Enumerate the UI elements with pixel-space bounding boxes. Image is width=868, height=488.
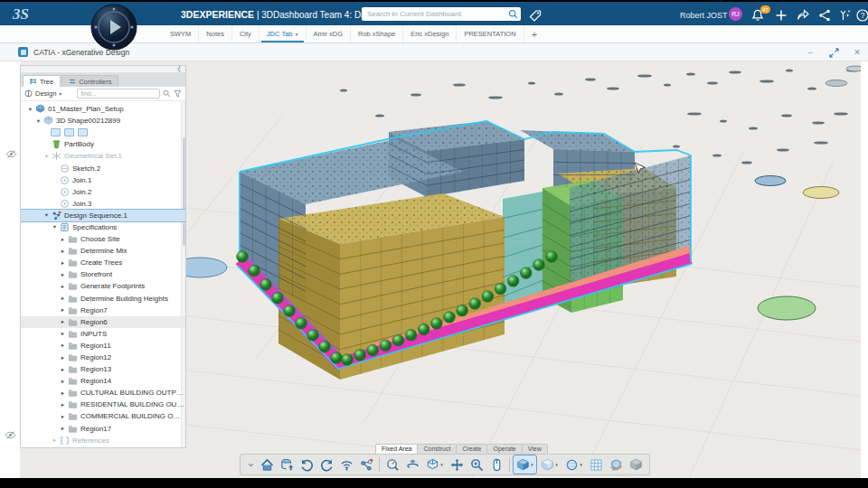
tree-item-choose-site[interactable]: ▸Choose Site: [21, 233, 185, 245]
tree-item-geometrical-set-1[interactable]: ▾Geometrical Set.1: [21, 150, 185, 162]
workspace-tab-jdc-tab[interactable]: JDC Tab▾: [259, 25, 307, 42]
dropdown-caret-icon[interactable]: ▾: [580, 462, 582, 467]
database-upload-button[interactable]: [278, 455, 296, 474]
caret-collapsed-icon[interactable]: ▸: [59, 318, 67, 325]
tree-item-join-2[interactable]: Join.2: [21, 186, 185, 198]
caret-collapsed-icon[interactable]: ▸: [59, 295, 67, 302]
iso-cube-button[interactable]: ▾: [423, 455, 446, 474]
caret-collapsed-icon[interactable]: ▸: [59, 354, 67, 361]
workspace-tab-notes[interactable]: Notes: [199, 25, 232, 42]
tree-item-design-sequence-1[interactable]: ▾Design Sequence.1: [21, 210, 185, 221]
sphere-button[interactable]: ▾: [562, 455, 585, 474]
tree-item-region14[interactable]: ▸Region14: [21, 375, 185, 387]
search-icon[interactable]: [508, 9, 518, 19]
global-search[interactable]: [362, 7, 521, 21]
caret-collapsed-icon[interactable]: ▸: [59, 248, 67, 255]
share-network-icon[interactable]: [817, 8, 832, 23]
tree-item-create-trees[interactable]: ▸Create Trees: [21, 257, 185, 268]
tree-item-commercial-building-out[interactable]: ▸COMMERCIAL BUILDING OUT...: [21, 410, 185, 422]
caret-collapsed-icon[interactable]: ▸: [59, 366, 67, 373]
tree-item-region11[interactable]: ▸Region11: [21, 340, 185, 352]
3dexperience-compass-logo[interactable]: [90, 4, 137, 51]
tree-search-icon[interactable]: [163, 89, 171, 98]
caret-collapsed-icon[interactable]: ▸: [59, 389, 67, 397]
caret-collapsed-icon[interactable]: ▸: [51, 436, 59, 444]
dropdown-caret-icon[interactable]: ▾: [440, 462, 443, 467]
zoom-gauge-button[interactable]: [383, 455, 401, 474]
viewport-tab-create[interactable]: Create: [456, 444, 487, 454]
tree-item-inputs[interactable]: ▸INPUTS: [21, 328, 185, 340]
wifi-button[interactable]: [337, 455, 355, 474]
minimize-button[interactable]: –: [804, 46, 816, 59]
tree-panel-tab-tree[interactable]: Tree: [23, 75, 61, 87]
caret-collapsed-icon[interactable]: ▸: [59, 259, 67, 267]
gray-cube-button[interactable]: [627, 455, 645, 474]
viewport-tab-operate[interactable]: Operate: [486, 444, 522, 454]
tree-item-storefront[interactable]: ▸Storefront: [21, 268, 185, 280]
tree-item-region6[interactable]: ▸Region6: [21, 316, 185, 328]
caret-collapsed-icon[interactable]: ▸: [59, 342, 67, 349]
assistant-wand-icon[interactable]: [837, 8, 852, 23]
tree-find-box[interactable]: [77, 89, 160, 99]
caret-collapsed-icon[interactable]: ▸: [59, 236, 67, 243]
tree-item-references[interactable]: ▸References: [21, 435, 185, 446]
ghost-cube-button[interactable]: ▾: [538, 455, 561, 474]
tree-item-region13[interactable]: ▸Region13: [21, 363, 185, 375]
search-input[interactable]: [367, 10, 508, 18]
caret-expanded-icon[interactable]: ▾: [42, 211, 51, 219]
shaded-cube-button[interactable]: ▾: [514, 455, 536, 474]
dropdown-caret-icon[interactable]: ▾: [555, 462, 558, 467]
tree-item-generate-footprints[interactable]: ▸Generate Footprints: [21, 280, 185, 292]
chevron-down-button[interactable]: [245, 455, 256, 474]
building-massing-model[interactable]: [237, 121, 692, 380]
tree-item-specifications[interactable]: ▾Specifications: [21, 221, 185, 233]
viewport-tab-view[interactable]: View: [522, 444, 548, 454]
caret-collapsed-icon[interactable]: ▸: [59, 271, 67, 278]
workspace-tab-rob-xshape[interactable]: Rob xShape: [351, 25, 403, 42]
tree-item-partbody[interactable]: PartBody: [21, 138, 185, 150]
add-content-icon[interactable]: [774, 8, 788, 23]
tree-item-cultural-building-output[interactable]: ▸CULTURAL BUILDING OUTPUT: [21, 387, 185, 399]
workspace-tab-city[interactable]: City: [232, 25, 259, 42]
dropdown-caret-icon[interactable]: ▾: [531, 462, 533, 467]
tree-item-01-master-plan-setup[interactable]: ▾01_Master_Plan_Setup: [21, 103, 185, 115]
3d-viewport[interactable]: ❬ TreeControllers Design ▾: [20, 61, 861, 478]
tree-item-determine-building-heights[interactable]: ▸Determine Building Heights: [21, 293, 185, 305]
share-arrow-icon[interactable]: [796, 8, 810, 23]
representation-chip-icon[interactable]: [64, 128, 74, 136]
caret-expanded-icon[interactable]: ▾: [26, 106, 34, 113]
close-button[interactable]: ✕: [851, 46, 863, 59]
tree-find-input[interactable]: [80, 90, 156, 97]
tree-item-sketch-2[interactable]: Sketch.2: [21, 162, 185, 174]
user-avatar[interactable]: RJ: [729, 7, 742, 21]
section-cube-button[interactable]: [607, 455, 625, 474]
tree-panel-tab-controllers[interactable]: Controllers: [61, 75, 118, 87]
caret-collapsed-icon[interactable]: ▸: [59, 283, 67, 290]
panel-collapse-icon[interactable]: ❬: [176, 65, 182, 72]
pan-button[interactable]: [448, 455, 466, 474]
workspace-tab-swym[interactable]: SWYM: [163, 25, 199, 42]
hidden-eye-icon[interactable]: [5, 428, 16, 440]
caret-collapsed-icon[interactable]: ▸: [59, 378, 67, 385]
caret-expanded-icon[interactable]: ▾: [51, 223, 59, 230]
resize-button[interactable]: [827, 46, 840, 59]
user-name-label[interactable]: Robert JOST: [680, 11, 728, 20]
caret-collapsed-icon[interactable]: ▸: [59, 401, 67, 408]
representation-chips-row[interactable]: [21, 127, 185, 138]
tree-item-3d-shape00212899[interactable]: ▾3D Shape00212899: [21, 115, 185, 127]
caret-expanded-icon[interactable]: ▾: [42, 153, 51, 160]
caret-collapsed-icon[interactable]: ▸: [59, 413, 67, 420]
grid-button[interactable]: [587, 455, 605, 474]
turntable-button[interactable]: [403, 455, 421, 474]
tree-item-join-3[interactable]: Join.3: [21, 198, 185, 210]
redo-button[interactable]: [317, 455, 335, 474]
representation-chip-icon[interactable]: [51, 128, 61, 136]
tree-filter-funnel-icon[interactable]: [174, 89, 182, 98]
caret-expanded-icon[interactable]: ▾: [34, 117, 42, 125]
workspace-tab-presentation[interactable]: PRESENTATION: [457, 25, 524, 42]
add-tab-button[interactable]: +: [524, 25, 544, 42]
mouse-device-button[interactable]: [487, 455, 505, 474]
tree-item-determine-mix[interactable]: ▸Determine Mix: [21, 245, 185, 257]
workspace-tab-amir-xdg[interactable]: Amir xDG: [307, 25, 352, 42]
viewport-tab-fixed-area[interactable]: Fixed Area: [375, 444, 418, 454]
